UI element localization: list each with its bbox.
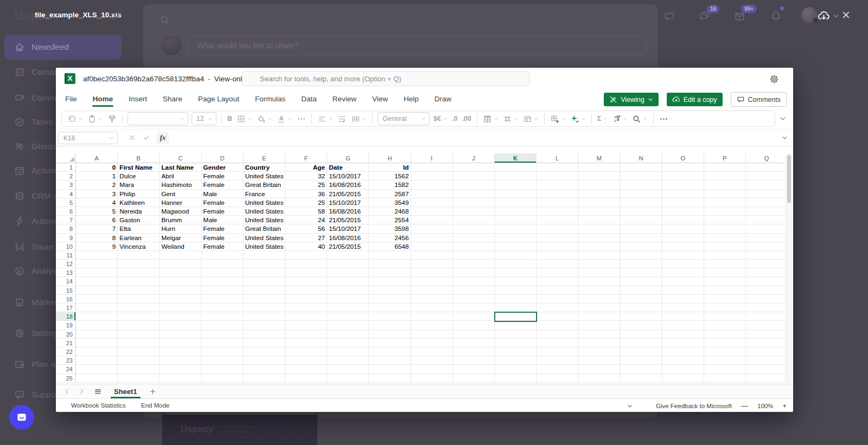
grid-cell[interactable] <box>578 286 620 295</box>
grid-cell[interactable] <box>704 216 746 224</box>
grid-cell[interactable] <box>76 251 118 260</box>
grid-cell[interactable] <box>746 260 786 268</box>
grid-cell[interactable] <box>537 304 578 312</box>
grid-cell[interactable]: Female <box>202 224 244 233</box>
grid-cell[interactable] <box>327 330 369 339</box>
grid-cell[interactable] <box>746 172 786 180</box>
grid-cell[interactable] <box>662 365 704 373</box>
menu-review[interactable]: Review <box>332 92 357 106</box>
grid-cell[interactable] <box>285 312 327 321</box>
grid-cell[interactable] <box>453 356 495 365</box>
grid-cell[interactable]: 25 <box>285 180 327 189</box>
table-icon[interactable] <box>521 112 541 126</box>
grid-cell[interactable] <box>537 163 578 172</box>
grid-cell[interactable] <box>411 347 453 356</box>
grid-cell[interactable]: Male <box>202 190 244 198</box>
grid-cell[interactable] <box>537 339 578 347</box>
grid-cell[interactable]: 4 <box>76 198 118 207</box>
grid-cell[interactable] <box>159 347 201 356</box>
grid-cell[interactable] <box>662 180 704 189</box>
grid-cell[interactable] <box>76 286 118 295</box>
row-header-23[interactable]: 23 <box>56 356 76 365</box>
grid-cell[interactable]: Vincenza <box>118 242 159 251</box>
grid-cell[interactable] <box>746 321 786 330</box>
grid-cell[interactable] <box>620 172 662 180</box>
grid-cell[interactable] <box>495 216 537 224</box>
grid-cell[interactable]: 21/05/2015 <box>327 190 369 198</box>
grid-cell[interactable] <box>118 260 159 268</box>
grid-cell[interactable] <box>159 356 201 365</box>
column-header-E[interactable]: E <box>244 153 285 163</box>
grid-cell[interactable] <box>453 260 495 268</box>
grid-cell[interactable] <box>537 356 578 365</box>
grid-cell[interactable]: United States <box>244 216 285 224</box>
menu-home[interactable]: Home <box>92 92 114 106</box>
format-painter-icon[interactable] <box>105 112 119 126</box>
grid-cell[interactable] <box>578 347 620 356</box>
enter-entry-icon[interactable] <box>143 134 150 141</box>
grid-cell[interactable] <box>620 234 662 242</box>
grid-cell[interactable]: 1562 <box>369 172 411 180</box>
grid-cell[interactable] <box>704 198 746 207</box>
grid-cell[interactable] <box>662 242 704 251</box>
grid-cell[interactable] <box>285 286 327 295</box>
row-header-21[interactable]: 21 <box>56 339 76 347</box>
grid-cell[interactable] <box>285 347 327 356</box>
grid-cell[interactable]: 16/08/2016 <box>327 180 369 189</box>
grid-cell[interactable] <box>495 321 537 330</box>
grid-cell[interactable] <box>118 356 159 365</box>
grid-cell[interactable] <box>704 339 746 347</box>
collapse-ribbon-icon[interactable] <box>780 115 786 122</box>
grid-cell[interactable] <box>495 180 537 189</box>
grid-cell[interactable] <box>537 330 578 339</box>
grid-cell[interactable] <box>620 304 662 312</box>
wrap-text-icon[interactable] <box>335 112 349 126</box>
grid-cell[interactable] <box>244 277 285 286</box>
grid-cell[interactable] <box>704 312 746 321</box>
grid-cell[interactable] <box>76 260 118 268</box>
grid-cell[interactable] <box>159 251 201 260</box>
row-header-4[interactable]: 4 <box>56 190 76 198</box>
grid-cell[interactable] <box>453 190 495 198</box>
grid-cell[interactable] <box>118 312 159 321</box>
grid-cell[interactable] <box>202 304 244 312</box>
grid-cell[interactable] <box>159 374 201 383</box>
grid-cell[interactable]: 21/05/2015 <box>327 242 369 251</box>
row-header-5[interactable]: 5 <box>56 198 76 207</box>
grid-cell[interactable] <box>746 356 786 365</box>
grid-cell[interactable] <box>578 312 620 321</box>
grid-cell[interactable] <box>662 339 704 347</box>
grid-cell[interactable] <box>453 330 495 339</box>
grid-cell[interactable] <box>285 365 327 373</box>
grid-cell[interactable] <box>118 339 159 347</box>
grid-cell[interactable]: 58 <box>285 207 327 216</box>
grid-cell[interactable] <box>620 295 662 304</box>
grid-cell[interactable]: 6548 <box>369 242 411 251</box>
grid-cell[interactable]: Female <box>202 242 244 251</box>
grid-cell[interactable] <box>118 365 159 373</box>
grid-cell[interactable] <box>662 312 704 321</box>
sheet-tab[interactable]: Sheet1 <box>107 384 144 398</box>
grid-cell[interactable] <box>704 234 746 242</box>
share-input[interactable] <box>188 35 647 55</box>
grid-cell[interactable] <box>76 304 118 312</box>
grid-cell[interactable] <box>537 242 578 251</box>
grid-cell[interactable] <box>620 190 662 198</box>
row-header-13[interactable]: 13 <box>56 268 76 277</box>
grid-cell[interactable] <box>746 180 786 189</box>
conditional-format-icon[interactable] <box>501 112 521 126</box>
menu-insert[interactable]: Insert <box>128 92 148 106</box>
grid-cell[interactable] <box>578 190 620 198</box>
grid-cell[interactable] <box>746 312 786 321</box>
grid-cell[interactable]: 40 <box>285 242 327 251</box>
grid-cell[interactable] <box>327 286 369 295</box>
grid-cell[interactable] <box>159 260 201 268</box>
grid-cell[interactable] <box>704 347 746 356</box>
menu-page-layout[interactable]: Page Layout <box>197 92 240 106</box>
grid-cell[interactable] <box>495 172 537 180</box>
grid-cell[interactable] <box>202 277 244 286</box>
menu-data[interactable]: Data <box>301 92 317 106</box>
grid-cell[interactable]: 7 <box>76 224 118 233</box>
grid-cell[interactable] <box>369 312 411 321</box>
grid-cell[interactable]: Kathleen <box>118 198 159 207</box>
